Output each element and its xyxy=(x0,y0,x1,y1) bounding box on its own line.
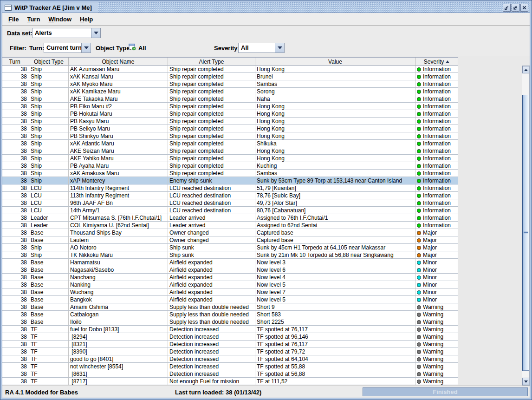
table-row[interactable]: 38TFfuel for Dobo [8133]Detection increa… xyxy=(2,326,458,333)
table-row[interactable]: 38LCU113th Infantry RegimentLCU reached … xyxy=(2,192,458,199)
severity-label: Major xyxy=(423,252,437,258)
table-row[interactable]: 38ShipAK Azumasan MaruShip repair comple… xyxy=(2,66,458,73)
table-row[interactable]: 38LeaderCOL Kimiyama U. [62nd Sentai]Lea… xyxy=(2,222,458,229)
table-row[interactable]: 38ShipTK Nikkoku MaruShip sunkSunk by 21… xyxy=(2,251,458,259)
table-row[interactable]: 38ShipAO NotoroShip sunkSunk by 45cm H1 … xyxy=(2,244,458,251)
cell-turn: 38 xyxy=(2,378,29,385)
severity-label: Warning xyxy=(423,326,443,333)
table-row[interactable]: 38ShipPB Seikyo MaruShip repair complete… xyxy=(2,125,458,132)
table-row[interactable]: 38BaseWuchangAirfield expandedNow level … xyxy=(2,289,458,296)
table-row[interactable]: 38BaseBangkokAirfield expandedNow level … xyxy=(2,296,458,303)
cell-alert-type: Ship repair completed xyxy=(168,155,255,162)
close-button[interactable] xyxy=(520,4,528,12)
column-header-severity[interactable]: Severity xyxy=(415,58,458,66)
cell-alert-type: Ship repair completed xyxy=(168,88,255,95)
table-row[interactable]: 38BaseIloiloSupply less than double need… xyxy=(2,318,458,326)
scroll-down-button[interactable] xyxy=(522,378,529,385)
table-row[interactable]: 38TFgood to go [8401]Detection increased… xyxy=(2,355,458,363)
cell-object-type: Base xyxy=(29,311,69,318)
table-row[interactable]: 38ShipAKE Yahiko MaruShip repair complet… xyxy=(2,155,458,162)
turn-filter-label: Turn: xyxy=(29,45,44,52)
turn-combobox[interactable]: Current turn xyxy=(44,43,91,53)
table-row[interactable]: 38LCU96th JAAF AF BnLCU reached destinat… xyxy=(2,199,458,207)
table-row[interactable]: 38ShipPB Eiko Maru #2Ship repair complet… xyxy=(2,103,458,110)
severity-information-icon xyxy=(417,171,421,176)
table-row[interactable]: 38BaseThousand Ships BayOwner changedCap… xyxy=(2,229,458,236)
object-type-icon[interactable] xyxy=(129,43,136,51)
progress-label: Finished xyxy=(433,388,457,395)
dataset-combobox[interactable]: Alerts xyxy=(32,28,101,38)
cell-turn: 38 xyxy=(2,162,29,170)
table-row[interactable]: 38LeaderCPT Mitsumasa S. [76th I.F.Chuta… xyxy=(2,214,458,222)
title-bar[interactable]: WitP Tracker AE [Jim v Me] xyxy=(2,2,530,13)
table-row[interactable]: 38ShipPB Kasyu MaruShip repair completed… xyxy=(2,118,458,125)
table-row[interactable]: 38BaseCatbaloganSupply less than double … xyxy=(2,311,458,318)
table-row[interactable]: 38ShipxAK Kansai MaruShip repair complet… xyxy=(2,73,458,80)
scrollbar-thumb[interactable] xyxy=(522,95,529,371)
cell-object-type: TF xyxy=(29,348,69,355)
table-row[interactable]: 38BaseHamamatsuAirfield expandedNow leve… xyxy=(2,259,458,266)
cell-object-type: Base xyxy=(29,229,69,236)
cell-alert-type: LCU reached destination xyxy=(168,192,255,199)
cell-severity: Information xyxy=(415,80,458,88)
table-row[interactable]: 38LCU114th Infantry RegimentLCU reached … xyxy=(2,184,458,192)
column-header-alert-type[interactable]: Alert Type xyxy=(168,58,255,66)
table-row[interactable]: 38TF [8321]Detection increasedTF spotted… xyxy=(2,341,458,348)
maximize-button[interactable] xyxy=(512,4,519,12)
severity-label: Information xyxy=(423,163,451,169)
menu-file[interactable]: File xyxy=(4,14,23,24)
turn-dropdown-button[interactable] xyxy=(81,43,91,52)
cell-value: TF spotted at 79,72 xyxy=(255,348,415,355)
column-header-object-type[interactable]: Object Type xyxy=(29,58,69,66)
table-row[interactable]: 38LCU14th Army/1LCU reached destination8… xyxy=(2,207,458,214)
table-row[interactable]: 38ShipAKE Takaoka MaruShip repair comple… xyxy=(2,95,458,103)
table-row[interactable]: 38ShipAKE Seizan MaruShip repair complet… xyxy=(2,147,458,155)
table-row[interactable]: 38TF [8717]Not enough Fuel for missionTF… xyxy=(2,378,458,385)
table-row[interactable]: 38BaseNagasaki/SaseboAirfield expandedNo… xyxy=(2,266,458,274)
menu-window[interactable]: Window xyxy=(44,14,76,24)
column-header-value[interactable]: Value xyxy=(255,58,415,66)
cell-object-type: TF xyxy=(29,341,69,348)
table-row[interactable]: 38TF [8631]Detection increasedTF spotted… xyxy=(2,370,458,378)
dataset-dropdown-button[interactable] xyxy=(91,28,100,38)
cell-value: Sunk by 21in Mk 10 Torpedo at 56,88 near… xyxy=(255,251,415,259)
column-header-label: Value xyxy=(328,59,342,65)
thumb-grip-icon xyxy=(524,231,528,235)
scroll-up-button[interactable] xyxy=(522,66,529,73)
table-row[interactable]: 38TF [8390]Detection increasedTF spotted… xyxy=(2,348,458,355)
menu-help[interactable]: Help xyxy=(76,14,97,24)
minimize-icon xyxy=(504,5,509,10)
table-row[interactable]: 38ShipxAK Kamikaze MaruShip repair compl… xyxy=(2,88,458,95)
cell-turn: 38 xyxy=(2,259,29,266)
table-row[interactable]: 38ShipxAP MontereyEnemy ship sunkSunk by… xyxy=(2,177,458,184)
severity-information-icon xyxy=(417,112,421,116)
table-row[interactable]: 38ShipPB Shinkyo MaruShip repair complet… xyxy=(2,132,458,140)
cell-turn: 38 xyxy=(2,207,29,214)
table-row[interactable]: 38BaseAmami OshimaSupply less than doubl… xyxy=(2,303,458,311)
table-row[interactable]: 38ShipxAK Myoko MaruShip repair complete… xyxy=(2,80,458,88)
severity-dropdown-button[interactable] xyxy=(275,43,284,52)
cell-alert-type: Leader arrived xyxy=(168,214,255,222)
cell-turn: 38 xyxy=(2,80,29,88)
table-row[interactable]: 38BaseNanchangAirfield expandedNow level… xyxy=(2,274,458,281)
cell-severity: Minor xyxy=(415,289,458,296)
severity-combobox[interactable]: All xyxy=(238,43,285,53)
table-row[interactable]: 38TF [8294]Detection increasedTF spotted… xyxy=(2,333,458,341)
menu-turn[interactable]: Turn xyxy=(23,14,44,24)
minimize-button[interactable] xyxy=(503,4,511,12)
table-row[interactable]: 38ShipxAK Amakusa MaruShip repair comple… xyxy=(2,170,458,177)
table-row[interactable]: 38BaseLautemOwner changedCaptured baseMa… xyxy=(2,236,458,244)
status-bar: RA 4.1 Modded for Babes Last turn loaded… xyxy=(2,386,530,398)
table-row[interactable]: 38ShipPB Hokutai MaruShip repair complet… xyxy=(2,110,458,118)
cell-object-name: xAK Kamikaze Maru xyxy=(69,88,168,95)
column-header-object-name[interactable]: Object Name xyxy=(69,58,168,66)
severity-label: Warning xyxy=(423,363,443,370)
cell-alert-type: Detection increased xyxy=(168,363,255,370)
vertical-scrollbar[interactable] xyxy=(522,66,530,386)
table-row[interactable]: 38BaseNankingAirfield expandedNow level … xyxy=(2,281,458,289)
table-row[interactable]: 38TFnot winchester [8554]Detection incre… xyxy=(2,363,458,370)
table-row[interactable]: 38ShipxAK Atlantic MaruShip repair compl… xyxy=(2,140,458,147)
cell-severity: Warning xyxy=(415,311,458,318)
column-header-turn[interactable]: Turn xyxy=(2,58,29,66)
table-row[interactable]: 38ShipPB Ayaha MaruShip repair completed… xyxy=(2,162,458,170)
